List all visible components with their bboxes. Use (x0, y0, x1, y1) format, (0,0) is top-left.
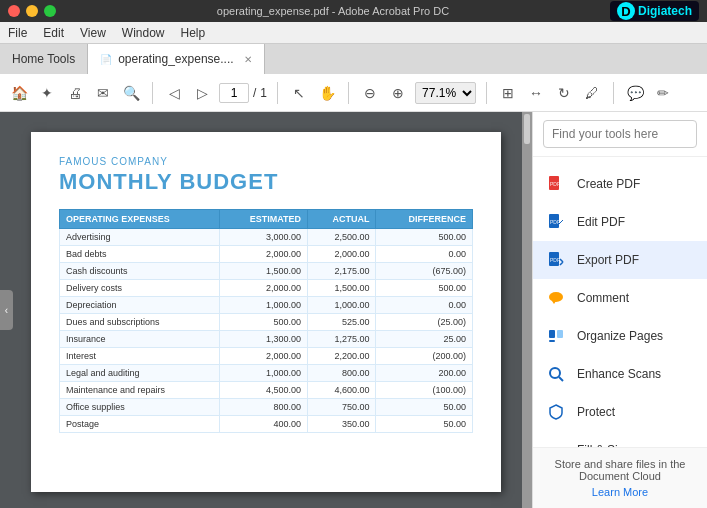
cell-estimated: 400.00 (219, 416, 307, 433)
tab-operating-expense[interactable]: 📄 operating_expense.... ✕ (88, 44, 264, 74)
fit-width-icon[interactable]: ↔ (525, 82, 547, 104)
comment-label: Comment (577, 291, 629, 305)
cell-estimated: 4,500.00 (219, 382, 307, 399)
zoom-in-icon[interactable]: ⊕ (387, 82, 409, 104)
comment-toolbar-icon[interactable]: 💬 (624, 82, 646, 104)
tab-close-button[interactable]: ✕ (244, 54, 252, 65)
enhance-scans-label: Enhance Scans (577, 367, 661, 381)
cell-difference: 50.00 (376, 416, 473, 433)
search-icon[interactable]: 🔍 (120, 82, 142, 104)
col-header-actual: ACTUAL (308, 210, 376, 229)
tab-active-label: operating_expense.... (118, 52, 233, 66)
cell-actual: 1,500.00 (308, 280, 376, 297)
table-row: Interest 2,000.00 2,200.00 (200.00) (60, 348, 473, 365)
tool-item-organize-pages[interactable]: Organize Pages (533, 317, 707, 355)
pdf-viewer[interactable]: ‹ FAMOUS COMPANY MONTHLY BUDGET OPERATIN… (0, 112, 532, 508)
left-collapse-button[interactable]: ‹ (0, 290, 13, 330)
pen-icon[interactable]: ✏ (652, 82, 674, 104)
cell-difference: 0.00 (376, 246, 473, 263)
select-icon[interactable]: ↖ (288, 82, 310, 104)
tab-home-label: Home Tools (12, 52, 75, 66)
svg-line-13 (559, 377, 563, 381)
sign-icon[interactable]: 🖊 (581, 82, 603, 104)
home-icon[interactable]: 🏠 (8, 82, 30, 104)
cell-estimated: 800.00 (219, 399, 307, 416)
tool-item-protect[interactable]: Protect (533, 393, 707, 431)
cell-difference: 0.00 (376, 297, 473, 314)
table-row: Legal and auditing 1,000.00 800.00 200.0… (60, 365, 473, 382)
cell-estimated: 1,000.00 (219, 297, 307, 314)
cell-name: Delivery costs (60, 280, 220, 297)
digi-d-icon: D (617, 2, 635, 20)
cell-actual: 800.00 (308, 365, 376, 382)
hand-icon[interactable]: ✋ (316, 82, 338, 104)
svg-point-12 (550, 368, 560, 378)
forward-icon[interactable]: ▷ (191, 82, 213, 104)
comment-icon (545, 287, 567, 309)
menu-file[interactable]: File (8, 26, 27, 40)
budget-table: OPERATING EXPENSES ESTIMATED ACTUAL DIFF… (59, 209, 473, 433)
menu-help[interactable]: Help (181, 26, 206, 40)
rotate-icon[interactable]: ↻ (553, 82, 575, 104)
cell-estimated: 1,000.00 (219, 365, 307, 382)
menu-view[interactable]: View (80, 26, 106, 40)
cell-difference: (675.00) (376, 263, 473, 280)
cell-name: Depreciation (60, 297, 220, 314)
page-separator: / (253, 86, 256, 100)
pdf-scrollbar[interactable] (522, 112, 532, 508)
page-number-input[interactable] (219, 83, 249, 103)
cell-name: Cash discounts (60, 263, 220, 280)
tool-item-create-pdf[interactable]: PDF Create PDF (533, 165, 707, 203)
menu-edit[interactable]: Edit (43, 26, 64, 40)
cell-name: Bad debts (60, 246, 220, 263)
menu-bar: File Edit View Window Help (0, 22, 707, 44)
email-icon[interactable]: ✉ (92, 82, 114, 104)
table-row: Bad debts 2,000.00 2,000.00 0.00 (60, 246, 473, 263)
tool-item-comment[interactable]: Comment (533, 279, 707, 317)
page-total: 1 (260, 86, 267, 100)
create-icon[interactable]: ✦ (36, 82, 58, 104)
learn-more-link[interactable]: Learn More (545, 486, 695, 498)
cell-estimated: 1,300.00 (219, 331, 307, 348)
cell-actual: 2,000.00 (308, 246, 376, 263)
cell-estimated: 2,000.00 (219, 246, 307, 263)
menu-window[interactable]: Window (122, 26, 165, 40)
table-row: Postage 400.00 350.00 50.00 (60, 416, 473, 433)
tool-item-edit-pdf[interactable]: PDF Edit PDF (533, 203, 707, 241)
tab-home-tools[interactable]: Home Tools (0, 44, 88, 74)
create-pdf-label: Create PDF (577, 177, 640, 191)
minimize-button[interactable] (26, 5, 38, 17)
table-row: Depreciation 1,000.00 1,000.00 0.00 (60, 297, 473, 314)
cloud-text: Store and share files in the Document Cl… (545, 458, 695, 482)
organize-pages-icon (545, 325, 567, 347)
tool-item-export-pdf[interactable]: PDF Export PDF (533, 241, 707, 279)
zoom-out-icon[interactable]: ⊖ (359, 82, 381, 104)
edit-pdf-label: Edit PDF (577, 215, 625, 229)
cell-actual: 1,275.00 (308, 331, 376, 348)
cell-estimated: 1,500.00 (219, 263, 307, 280)
close-button[interactable] (8, 5, 20, 17)
separator-3 (348, 82, 349, 104)
maximize-button[interactable] (44, 5, 56, 17)
svg-point-7 (549, 292, 563, 302)
tools-search-input[interactable] (543, 120, 697, 148)
organize-pages-label: Organize Pages (577, 329, 663, 343)
table-row: Cash discounts 1,500.00 2,175.00 (675.00… (60, 263, 473, 280)
col-header-estimated: ESTIMATED (219, 210, 307, 229)
print-icon[interactable]: 🖨 (64, 82, 86, 104)
cell-difference: 500.00 (376, 280, 473, 297)
cell-actual: 2,200.00 (308, 348, 376, 365)
back-icon[interactable]: ◁ (163, 82, 185, 104)
cell-estimated: 3,000.00 (219, 229, 307, 246)
tool-item-enhance-scans[interactable]: Enhance Scans (533, 355, 707, 393)
pdf-icon: 📄 (100, 54, 112, 65)
table-row: Maintenance and repairs 4,500.00 4,600.0… (60, 382, 473, 399)
tool-item-fill-sign[interactable]: Fill & Sign (533, 431, 707, 447)
window-controls[interactable] (8, 5, 56, 17)
fit-page-icon[interactable]: ⊞ (497, 82, 519, 104)
cell-actual: 4,600.00 (308, 382, 376, 399)
toolbar: 🏠 ✦ 🖨 ✉ 🔍 ◁ ▷ / 1 ↖ ✋ ⊖ ⊕ 77.1% ⊞ ↔ ↻ 🖊 … (0, 74, 707, 112)
zoom-select[interactable]: 77.1% (415, 82, 476, 104)
cell-difference: (25.00) (376, 314, 473, 331)
scrollbar-thumb[interactable] (524, 114, 530, 144)
